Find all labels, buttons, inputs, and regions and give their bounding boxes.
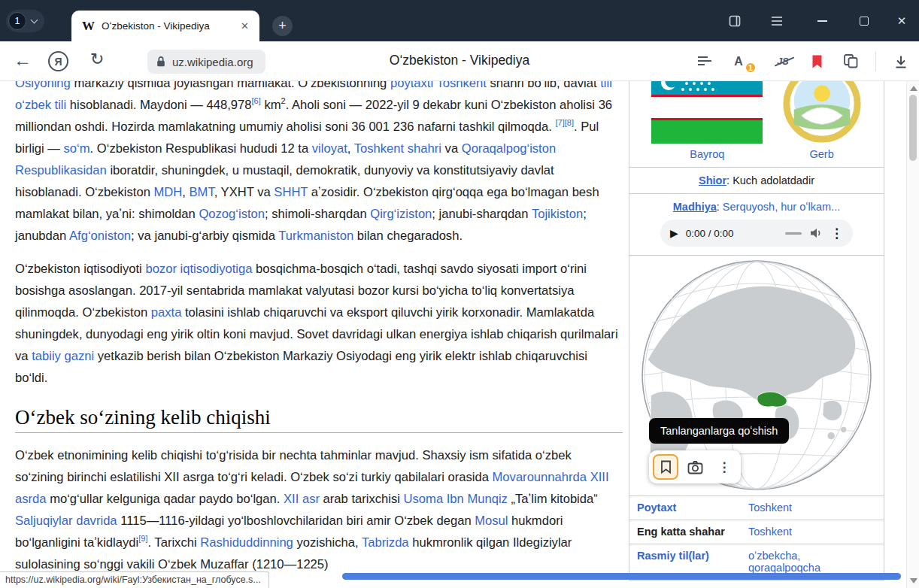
article-link[interactable]: tili: [600, 81, 612, 90]
audio-menu-icon[interactable]: ⋮: [830, 226, 843, 241]
bookmark-page-button[interactable]: [808, 53, 826, 71]
reload-button[interactable]: ↻: [90, 50, 104, 69]
article-link[interactable]: [7]: [556, 118, 565, 127]
collections-button[interactable]: [842, 53, 860, 71]
reference-superscript[interactable]: [6]: [252, 96, 261, 105]
anthem-row: Madhiya: Serquyosh, hur oʻlkam... ▶ 0:00…: [629, 193, 884, 255]
article-link[interactable]: Tabrizda: [362, 535, 409, 550]
uzbekistan-flag-image[interactable]: [651, 81, 763, 144]
article-link[interactable]: Saljuqiylar davrida: [15, 514, 117, 528]
anthem-title-link[interactable]: Serquyosh, hur oʻlkam...: [723, 201, 840, 213]
article-link[interactable]: Toshkent: [436, 81, 486, 90]
row-label-largest-city: Eng katta shahar: [637, 526, 748, 538]
translate-button[interactable]: A 1: [729, 53, 748, 71]
article-link[interactable]: Toshkent shahri: [354, 141, 441, 156]
reference-superscript[interactable]: [9]: [138, 534, 147, 543]
article-link[interactable]: MDH: [153, 185, 182, 199]
audio-player[interactable]: ▶ 0:00 / 0:00 ⋮: [660, 220, 853, 247]
scroll-down-arrow[interactable]: [910, 578, 917, 583]
article-link[interactable]: Tojikiston: [532, 207, 583, 221]
toolbar-divider: [875, 52, 876, 71]
motto-text: : Kuch adolatdadir: [726, 174, 814, 186]
article-link[interactable]: Movarounnahrda: [493, 470, 587, 484]
emblem-caption-link[interactable]: Gerb: [810, 148, 834, 160]
article-link[interactable]: Usoma Ibn Munqiz: [404, 492, 508, 506]
search-by-image-button[interactable]: [682, 454, 708, 480]
article-link[interactable]: bozor iqtisodiyotiga: [145, 262, 252, 276]
address-bar[interactable]: uz.wikipedia.org: [147, 50, 265, 74]
tab-group-badge[interactable]: 1: [8, 12, 26, 30]
infobox-row-capital: Poytaxt Toshkent: [629, 496, 884, 520]
emblem-block[interactable]: Gerb: [782, 81, 862, 160]
vertical-scrollbar[interactable]: [906, 81, 919, 588]
yandex-logo-icon[interactable]: Я: [48, 51, 68, 71]
window-maximize-button[interactable]: [851, 0, 877, 41]
article-link[interactable]: Turkmaniston: [278, 229, 353, 243]
reference-superscript[interactable]: [8]: [565, 118, 574, 127]
article-text: . Tarixchi: [147, 535, 200, 550]
article-link[interactable]: Qirgʻiziston: [370, 207, 432, 221]
article-link[interactable]: Mosul: [475, 514, 508, 528]
image-more-actions-button[interactable]: ⋮: [711, 454, 737, 480]
article-link[interactable]: viloyat: [312, 141, 347, 156]
image-action-tooltip: Tanlanganlarga qoʻshish: [649, 418, 789, 444]
menu-button[interactable]: [764, 0, 790, 41]
article-link[interactable]: Osiyoning: [15, 81, 71, 90]
motto-label-link[interactable]: Shior: [699, 174, 726, 186]
article-text: yozishicha,: [293, 535, 362, 550]
reference-superscript[interactable]: [7]: [556, 118, 565, 127]
window-close-button[interactable]: ✕: [889, 0, 914, 41]
javascript-toggle-button[interactable]: JS: [774, 53, 792, 71]
reader-mode-icon: [697, 56, 712, 68]
row-value-capital[interactable]: Toshkent: [748, 502, 792, 514]
tab-active[interactable]: W Oʻzbekiston - Vikipediya ✕: [71, 11, 259, 41]
new-tab-button[interactable]: +: [272, 16, 293, 36]
article-link[interactable]: paxta: [151, 305, 182, 320]
scroll-up-arrow[interactable]: [910, 86, 917, 91]
article-link[interactable]: poytaxti: [390, 81, 433, 90]
bookmark-outline-icon: [660, 459, 672, 474]
article-link[interactable]: Qozogʻiston: [199, 207, 265, 221]
reader-mode-button[interactable]: [696, 53, 714, 71]
row-value-language-uzbek[interactable]: oʻzbekcha,: [748, 550, 800, 562]
article-link[interactable]: oʻzbek tili: [15, 98, 66, 112]
row-label-capital[interactable]: Poytaxt: [637, 502, 748, 514]
section-heading: Oʻzbek soʻzining kelib chiqishi: [15, 407, 623, 433]
article-link[interactable]: [6]: [252, 96, 261, 105]
article-paragraph: Oʻzbekiston iqtisodiyoti bozor iqtisodiy…: [15, 258, 623, 389]
panel-button[interactable]: [722, 0, 748, 41]
article-link[interactable]: SHHT: [274, 185, 308, 199]
article-link[interactable]: [9]: [138, 534, 147, 543]
volume-icon[interactable]: [809, 227, 823, 239]
article-link[interactable]: Rashiduddinning: [200, 535, 293, 550]
article-text: ; va janubi-gʻarbiy qismida: [131, 229, 278, 243]
article-link[interactable]: tabiiy gazni: [32, 349, 94, 363]
article-link[interactable]: [8]: [565, 118, 574, 127]
flag-block[interactable]: Bayroq: [651, 81, 763, 160]
article-text: ; janubi-sharqdan: [432, 207, 532, 221]
row-label-official-languages[interactable]: Rasmiy til(lar): [637, 550, 748, 574]
play-icon[interactable]: ▶: [670, 227, 678, 239]
audio-seekbar[interactable]: [785, 232, 802, 235]
article-link[interactable]: soʻm: [64, 141, 90, 156]
add-to-collections-button[interactable]: [653, 454, 678, 480]
flag-caption-link[interactable]: Bayroq: [690, 148, 724, 160]
article-link[interactable]: XII asr: [284, 492, 320, 506]
uzbekistan-emblem-image[interactable]: [782, 81, 862, 144]
bookmark-flag-icon: [811, 54, 823, 69]
vertical-scrollbar-thumb[interactable]: [909, 95, 917, 161]
downloads-button[interactable]: [892, 53, 910, 71]
horizontal-scrollbar-thumb[interactable]: [342, 573, 901, 580]
audio-time: 0:00 / 0:00: [686, 228, 734, 239]
row-value-language-karakalpak[interactable]: qoraqalpoqcha: [748, 562, 820, 574]
link-preview-statusbar: https://uz.wikipedia.org/wiki/Fayl:Узбек…: [0, 571, 269, 588]
article-link[interactable]: BMT: [190, 185, 214, 199]
tab-close-icon[interactable]: ✕: [238, 19, 252, 33]
article-link[interactable]: Afgʻoniston: [69, 229, 131, 243]
row-value-largest-city[interactable]: Toshkent: [748, 526, 792, 538]
tab-group-selector[interactable]: 1: [6, 10, 44, 32]
back-button[interactable]: ←: [14, 50, 32, 71]
anthem-label-link[interactable]: Madhiya: [673, 201, 717, 213]
window-minimize-button[interactable]: [809, 0, 835, 41]
article-text: ,: [182, 185, 189, 199]
